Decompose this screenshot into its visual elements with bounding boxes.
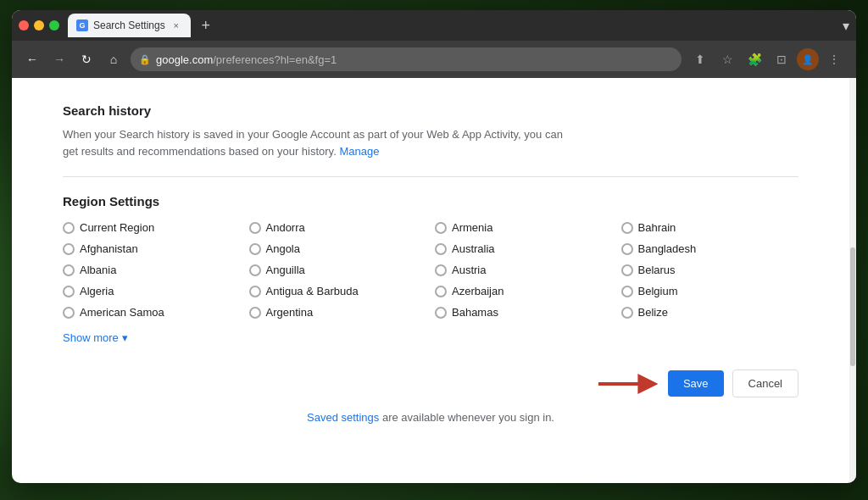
address-bar: ← → ↻ ⌂ 🔒 google.com/preferences?hl=en&f… bbox=[12, 41, 856, 78]
list-item[interactable]: Algeria bbox=[63, 282, 241, 300]
radio-input[interactable] bbox=[621, 264, 633, 276]
tab-search-button[interactable]: ⊡ bbox=[770, 47, 793, 71]
show-more-link[interactable]: Show more ▾ bbox=[63, 331, 798, 344]
region-option-label: Algeria bbox=[80, 285, 114, 297]
region-option-label: Bangladesh bbox=[638, 242, 697, 255]
radio-input[interactable] bbox=[63, 307, 75, 319]
title-bar: G Search Settings × + ▾ bbox=[12, 10, 856, 41]
radio-input[interactable] bbox=[435, 286, 447, 297]
radio-input[interactable] bbox=[63, 286, 75, 297]
window-expand-button[interactable]: ▾ bbox=[843, 18, 849, 34]
scrollbar-track[interactable] bbox=[849, 78, 856, 483]
list-item[interactable]: Belgium bbox=[621, 282, 799, 300]
action-row: Save Cancel bbox=[63, 369, 798, 397]
tab-label: Search Settings bbox=[93, 19, 165, 31]
bookmark-button[interactable]: ☆ bbox=[715, 47, 739, 71]
url-path: /preferences?hl=en&fg=1 bbox=[213, 53, 337, 66]
page-content: Search history When your Search history … bbox=[12, 78, 856, 483]
radio-input[interactable] bbox=[249, 222, 261, 234]
radio-input[interactable] bbox=[249, 264, 261, 276]
close-button[interactable] bbox=[19, 20, 29, 31]
list-item[interactable]: Austria bbox=[435, 261, 613, 279]
section-divider bbox=[63, 176, 798, 177]
browser-window: G Search Settings × + ▾ ← → ↻ ⌂ 🔒 google… bbox=[12, 10, 856, 483]
save-button[interactable]: Save bbox=[668, 370, 724, 397]
list-item[interactable]: Azerbaijan bbox=[435, 282, 613, 300]
list-item[interactable]: Antigua & Barbuda bbox=[249, 282, 427, 300]
list-item[interactable]: Australia bbox=[435, 240, 613, 258]
extensions-button[interactable]: 🧩 bbox=[743, 47, 766, 71]
radio-input[interactable] bbox=[621, 243, 633, 255]
radio-input[interactable] bbox=[63, 243, 75, 255]
region-option-label: Anguilla bbox=[266, 264, 305, 276]
cancel-button[interactable]: Cancel bbox=[732, 369, 798, 397]
region-option-label: Belize bbox=[638, 306, 668, 319]
lock-icon: 🔒 bbox=[139, 54, 151, 65]
show-more-chevron: ▾ bbox=[122, 331, 128, 344]
saved-settings-link[interactable]: Saved settings bbox=[307, 411, 379, 424]
traffic-lights bbox=[19, 20, 59, 31]
back-button[interactable]: ← bbox=[22, 49, 42, 69]
region-option-label: Belarus bbox=[638, 264, 676, 276]
region-option-label: Austria bbox=[452, 264, 486, 276]
home-button[interactable]: ⌂ bbox=[103, 49, 124, 69]
active-tab[interactable]: G Search Settings × bbox=[68, 14, 191, 37]
radio-input[interactable] bbox=[63, 264, 75, 276]
region-option-label: Azerbaijan bbox=[452, 285, 504, 297]
region-option-label: American Samoa bbox=[80, 306, 164, 319]
region-option-label: Australia bbox=[452, 242, 495, 255]
show-more-label: Show more bbox=[63, 331, 119, 344]
list-item[interactable]: Angola bbox=[249, 240, 427, 258]
list-item[interactable]: American Samoa bbox=[63, 303, 241, 321]
manage-link[interactable]: Manage bbox=[339, 145, 379, 158]
radio-input[interactable] bbox=[435, 264, 447, 276]
url-bar[interactable]: 🔒 google.com/preferences?hl=en&fg=1 bbox=[131, 47, 682, 71]
list-item[interactable]: Belarus bbox=[621, 261, 799, 279]
list-item[interactable]: Andorra bbox=[249, 219, 427, 236]
list-item[interactable]: Afghanistan bbox=[63, 240, 241, 258]
list-item[interactable]: Belize bbox=[621, 303, 799, 321]
list-item[interactable]: Albania bbox=[63, 261, 241, 279]
arrow-indicator bbox=[595, 367, 663, 401]
minimize-button[interactable] bbox=[34, 20, 44, 31]
radio-input[interactable] bbox=[435, 307, 447, 319]
region-option-label: Angola bbox=[266, 242, 300, 255]
new-tab-button[interactable]: + bbox=[194, 14, 218, 37]
radio-input[interactable] bbox=[435, 222, 447, 234]
region-option-label: Armenia bbox=[452, 221, 492, 234]
radio-input[interactable] bbox=[621, 286, 633, 297]
radio-input[interactable] bbox=[63, 222, 75, 234]
region-settings-section: Region Settings Current RegionAndorraArm… bbox=[63, 194, 798, 344]
list-item[interactable]: Argentina bbox=[249, 303, 427, 321]
scrollbar-thumb[interactable] bbox=[850, 247, 855, 366]
list-item[interactable]: Bangladesh bbox=[621, 240, 799, 258]
region-option-label: Argentina bbox=[266, 306, 314, 319]
profile-avatar[interactable]: 👤 bbox=[797, 48, 819, 70]
maximize-button[interactable] bbox=[49, 20, 59, 31]
region-grid: Current RegionAndorraArmeniaBahrainAfgha… bbox=[63, 219, 798, 321]
region-option-label: Afghanistan bbox=[80, 242, 138, 255]
list-item[interactable]: Anguilla bbox=[249, 261, 427, 279]
tab-close-button[interactable]: × bbox=[170, 19, 182, 31]
radio-input[interactable] bbox=[249, 307, 261, 319]
list-item[interactable]: Bahamas bbox=[435, 303, 613, 321]
list-item[interactable]: Current Region bbox=[63, 219, 241, 236]
region-option-label: Bahrain bbox=[638, 221, 676, 234]
reload-button[interactable]: ↻ bbox=[76, 49, 97, 69]
search-history-desc: When your Search history is saved in you… bbox=[63, 126, 571, 159]
list-item[interactable]: Bahrain bbox=[621, 219, 799, 236]
tabs-bar: G Search Settings × + bbox=[68, 14, 843, 37]
region-settings-title: Region Settings bbox=[63, 194, 798, 208]
share-button[interactable]: ⬆ bbox=[688, 47, 712, 71]
menu-button[interactable]: ⋮ bbox=[822, 47, 846, 71]
radio-input[interactable] bbox=[435, 243, 447, 255]
list-item[interactable]: Armenia bbox=[435, 219, 613, 236]
url-text: google.com/preferences?hl=en&fg=1 bbox=[156, 53, 337, 66]
radio-input[interactable] bbox=[621, 307, 633, 319]
radio-input[interactable] bbox=[621, 222, 633, 234]
region-option-label: Antigua & Barbuda bbox=[266, 285, 359, 297]
radio-input[interactable] bbox=[249, 243, 261, 255]
forward-button[interactable]: → bbox=[49, 49, 70, 69]
region-option-label: Albania bbox=[80, 264, 116, 276]
radio-input[interactable] bbox=[249, 286, 261, 297]
